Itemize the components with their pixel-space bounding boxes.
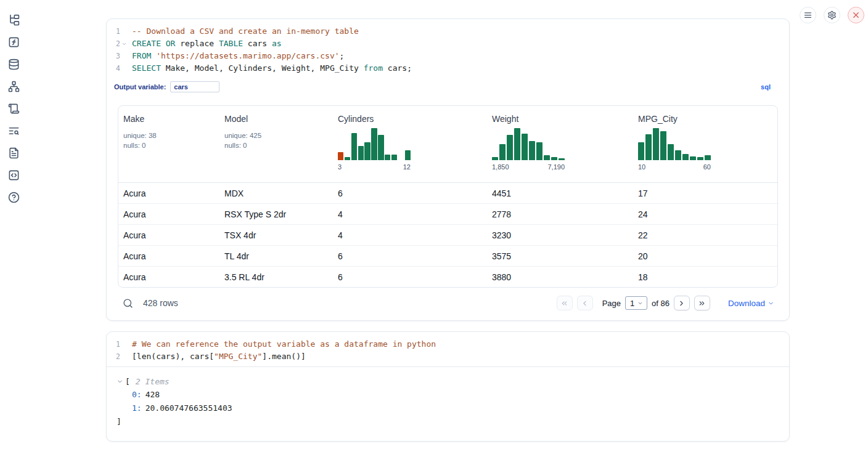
hist-max-label: 7,190 (547, 163, 565, 171)
chevron-down-icon (768, 300, 774, 307)
hist-bar (559, 158, 565, 160)
dependency-graph-icon[interactable] (8, 81, 20, 92)
download-button[interactable]: Download (728, 299, 774, 308)
hist-bar (351, 133, 357, 160)
output-variable-label: Output variable: (114, 83, 166, 91)
hist-bar (385, 155, 390, 160)
table-cell: TL 4dr (219, 246, 333, 266)
column-stat: nulls: 0 (123, 140, 215, 150)
table-cell: 18 (633, 267, 777, 287)
column-label: Cylinders (338, 114, 482, 124)
python-cell: 1# We can reference the output variable … (106, 331, 790, 442)
column-header-mpg_city[interactable]: MPG_City1060 (633, 106, 777, 182)
table-row[interactable]: AcuraRSX Type S 2dr4277824 (118, 203, 777, 224)
table-cell: 6 (333, 267, 487, 287)
next-page-button[interactable] (674, 296, 690, 310)
output-variable-input[interactable] (170, 81, 219, 92)
function-icon[interactable] (8, 36, 20, 48)
table-row[interactable]: Acura3.5 RL 4dr6388018 (118, 266, 777, 287)
menu-button[interactable] (800, 7, 816, 23)
column-label: Make (123, 114, 215, 124)
language-badge: sql (761, 83, 771, 91)
hist-bar (675, 150, 681, 160)
hist-bar (690, 156, 696, 160)
tree-entry: 1:20.060747663551403 (117, 402, 778, 415)
column-header-make[interactable]: Makeunique: 38nulls: 0 (118, 106, 219, 182)
tree-key: 0: (132, 390, 142, 399)
table-cell: 3575 (487, 246, 633, 266)
table-cell: 4 (333, 225, 487, 245)
items-count: 2 Items (136, 375, 170, 388)
hist-bar (364, 142, 370, 160)
snippets-icon[interactable] (8, 169, 20, 181)
collapse-chevron-icon[interactable] (117, 378, 123, 385)
hist-bar (358, 146, 364, 160)
sql-editor[interactable]: 1-- Download a CSV and create an in-memo… (107, 19, 789, 78)
table-cell: Acura (118, 183, 219, 203)
column-stat: unique: 38 (123, 131, 215, 140)
result-table: Makeunique: 38nulls: 0Modelunique: 425nu… (118, 105, 778, 288)
help-icon[interactable] (8, 192, 20, 203)
table-row[interactable]: AcuraTSX 4dr4323022 (118, 224, 777, 245)
hist-bar (660, 131, 666, 160)
table-cell: TSX 4dr (219, 225, 333, 245)
code-line: 2CREATE OR replace TABLE cars as (107, 38, 789, 50)
first-page-button[interactable] (557, 296, 573, 310)
scroll-icon[interactable] (8, 103, 20, 115)
column-header-model[interactable]: Modelunique: 425nulls: 0 (219, 106, 333, 182)
close-button[interactable] (848, 7, 864, 23)
column-header-cylinders[interactable]: Cylinders312 (333, 106, 487, 182)
column-label: Weight (492, 114, 628, 124)
code-line: 3FROM 'https://datasets.marimo.app/cars.… (107, 50, 789, 62)
hist-bar (405, 150, 411, 160)
settings-button[interactable] (824, 7, 840, 23)
chevron-right-icon (678, 299, 686, 307)
column-stat: nulls: 0 (224, 140, 328, 150)
table-cell: 17 (633, 183, 777, 203)
hist-min-label: 10 (638, 163, 645, 171)
page-select-value: 1 (630, 299, 634, 308)
line-number: 3 (107, 50, 120, 62)
document-icon[interactable] (8, 147, 20, 159)
table-cell: 20 (633, 246, 777, 266)
histogram-weight: 1,8507,190 (492, 128, 565, 171)
fold-chevron-icon (120, 50, 128, 62)
page-select[interactable]: 1 (625, 296, 647, 310)
column-label: Model (224, 114, 328, 124)
code-line: 2[len(cars), cars["MPG_City"].mean()] (107, 350, 789, 363)
line-number: 4 (107, 62, 120, 75)
line-number: 2 (107, 350, 120, 363)
table-header: Makeunique: 38nulls: 0Modelunique: 425nu… (118, 106, 777, 183)
table-cell: 24 (633, 204, 777, 224)
download-label: Download (728, 299, 765, 308)
table-cell: 22 (633, 225, 777, 245)
hist-bar (522, 134, 528, 160)
prev-page-button[interactable] (577, 296, 593, 310)
column-header-weight[interactable]: Weight1,8507,190 (487, 106, 633, 182)
python-editor[interactable]: 1# We can reference the output variable … (107, 332, 789, 366)
close-icon (851, 10, 861, 20)
hist-max-label: 60 (703, 163, 711, 171)
histogram-cylinders: 312 (338, 128, 411, 171)
code-text: CREATE OR replace TABLE cars as (128, 38, 282, 50)
search-icon[interactable] (123, 298, 133, 309)
line-number: 1 (107, 25, 120, 38)
chevron-down-icon (637, 301, 643, 306)
table-row[interactable]: AcuraTL 4dr6357520 (118, 245, 777, 266)
table-cell: Acura (118, 225, 219, 245)
fold-chevron-icon[interactable] (120, 38, 128, 50)
table-cell: RSX Type S 2dr (219, 204, 333, 224)
table-cell: 3230 (487, 225, 633, 245)
tree-entries: 0:4281:20.060747663551403 (117, 388, 778, 415)
notebook: 1-- Download a CSV and create an in-memo… (106, 18, 790, 442)
last-page-button[interactable] (694, 296, 710, 310)
table-row[interactable]: AcuraMDX6445117 (118, 183, 777, 203)
column-label: MPG_City (638, 114, 772, 124)
hist-bar (492, 157, 498, 160)
file-tree-icon[interactable] (8, 14, 20, 26)
fold-chevron-icon (120, 338, 128, 350)
database-icon[interactable] (8, 59, 20, 70)
logs-icon[interactable] (8, 125, 20, 137)
sidebar (0, 0, 27, 203)
topbar-controls (800, 7, 864, 23)
